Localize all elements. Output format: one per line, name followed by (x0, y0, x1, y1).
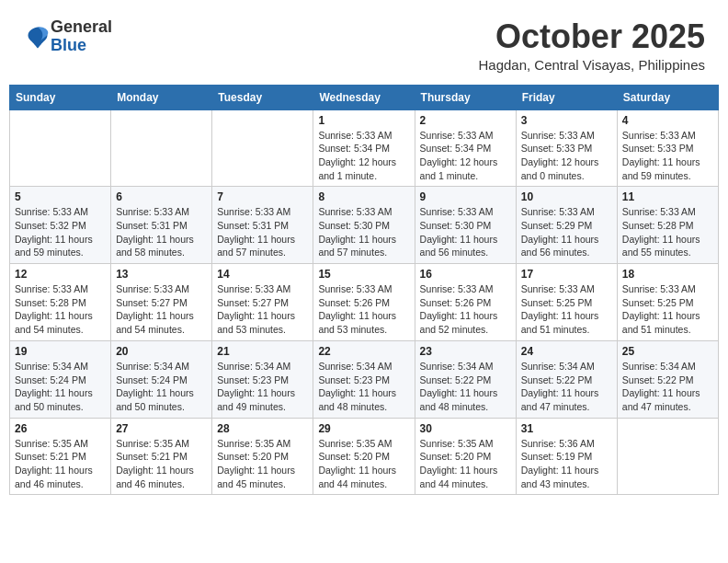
calendar-cell: 23Sunrise: 5:34 AMSunset: 5:22 PMDayligh… (415, 340, 516, 418)
day-number: 28 (217, 422, 308, 435)
month-title: October 2025 (478, 18, 705, 55)
day-info: Sunrise: 5:35 AMSunset: 5:21 PMDaylight:… (15, 437, 106, 491)
day-info: Sunrise: 5:35 AMSunset: 5:20 PMDaylight:… (318, 437, 409, 491)
calendar-cell: 12Sunrise: 5:33 AMSunset: 5:28 PMDayligh… (10, 264, 111, 341)
day-number: 16 (420, 268, 511, 281)
calendar-cell: 19Sunrise: 5:34 AMSunset: 5:24 PMDayligh… (10, 340, 111, 418)
day-info: Sunrise: 5:36 AMSunset: 5:19 PMDaylight:… (521, 437, 612, 491)
calendar-cell: 17Sunrise: 5:33 AMSunset: 5:25 PMDayligh… (516, 264, 617, 341)
day-number: 27 (116, 422, 207, 435)
page-header: General Blue October 2025 Hagdan, Centra… (9, 9, 719, 77)
day-info: Sunrise: 5:33 AMSunset: 5:26 PMDaylight:… (420, 282, 511, 337)
calendar-cell (10, 109, 111, 187)
day-number: 30 (420, 422, 511, 435)
logo-general: General (51, 17, 112, 36)
calendar-cell: 28Sunrise: 5:35 AMSunset: 5:20 PMDayligh… (212, 418, 313, 495)
day-info: Sunrise: 5:33 AMSunset: 5:33 PMDaylight:… (521, 129, 612, 183)
logo: General Blue (23, 18, 112, 55)
day-info: Sunrise: 5:33 AMSunset: 5:31 PMDaylight:… (217, 205, 308, 259)
calendar-cell: 13Sunrise: 5:33 AMSunset: 5:27 PMDayligh… (111, 264, 212, 341)
day-number: 31 (521, 422, 612, 435)
calendar-cell: 26Sunrise: 5:35 AMSunset: 5:21 PMDayligh… (10, 418, 111, 495)
calendar-cell: 8Sunrise: 5:33 AMSunset: 5:30 PMDaylight… (313, 187, 415, 264)
calendar-cell: 3Sunrise: 5:33 AMSunset: 5:33 PMDaylight… (516, 109, 617, 187)
weekday-header-wednesday: Wednesday (313, 85, 415, 109)
day-info: Sunrise: 5:34 AMSunset: 5:24 PMDaylight:… (116, 360, 207, 414)
day-number: 25 (622, 345, 713, 358)
weekday-header-saturday: Saturday (617, 85, 718, 109)
day-number: 20 (116, 345, 207, 358)
calendar-cell (212, 109, 313, 187)
calendar-cell (617, 418, 718, 495)
day-number: 2 (420, 114, 511, 127)
day-number: 19 (15, 345, 106, 358)
day-info: Sunrise: 5:33 AMSunset: 5:27 PMDaylight:… (217, 282, 308, 337)
calendar-cell: 14Sunrise: 5:33 AMSunset: 5:27 PMDayligh… (212, 264, 313, 341)
day-info: Sunrise: 5:34 AMSunset: 5:24 PMDaylight:… (15, 360, 106, 414)
day-number: 10 (521, 190, 612, 203)
day-info: Sunrise: 5:33 AMSunset: 5:25 PMDaylight:… (622, 282, 713, 337)
weekday-header-monday: Monday (111, 85, 212, 109)
day-number: 5 (15, 190, 106, 203)
day-number: 6 (116, 190, 207, 203)
calendar-week-row: 1Sunrise: 5:33 AMSunset: 5:34 PMDaylight… (10, 109, 719, 187)
calendar-cell: 29Sunrise: 5:35 AMSunset: 5:20 PMDayligh… (313, 418, 415, 495)
day-number: 9 (420, 190, 511, 203)
day-info: Sunrise: 5:33 AMSunset: 5:27 PMDaylight:… (116, 282, 207, 337)
weekday-header-tuesday: Tuesday (212, 85, 313, 109)
weekday-header-friday: Friday (516, 85, 617, 109)
day-number: 3 (521, 114, 612, 127)
day-info: Sunrise: 5:33 AMSunset: 5:32 PMDaylight:… (15, 205, 106, 259)
calendar-week-row: 19Sunrise: 5:34 AMSunset: 5:24 PMDayligh… (10, 340, 719, 418)
day-number: 22 (318, 345, 409, 358)
logo-bird-icon (25, 24, 51, 50)
day-info: Sunrise: 5:35 AMSunset: 5:20 PMDaylight:… (217, 437, 308, 491)
calendar-table: SundayMondayTuesdayWednesdayThursdayFrid… (9, 85, 719, 496)
calendar-cell: 25Sunrise: 5:34 AMSunset: 5:22 PMDayligh… (617, 340, 718, 418)
calendar-cell: 5Sunrise: 5:33 AMSunset: 5:32 PMDaylight… (10, 187, 111, 264)
location-title: Hagdan, Central Visayas, Philippines (478, 57, 705, 73)
day-info: Sunrise: 5:35 AMSunset: 5:21 PMDaylight:… (116, 437, 207, 491)
day-number: 29 (318, 422, 409, 435)
day-number: 21 (217, 345, 308, 358)
calendar-cell: 1Sunrise: 5:33 AMSunset: 5:34 PMDaylight… (313, 109, 415, 187)
calendar-cell: 4Sunrise: 5:33 AMSunset: 5:33 PMDaylight… (617, 109, 718, 187)
day-number: 4 (622, 114, 713, 127)
calendar-cell: 7Sunrise: 5:33 AMSunset: 5:31 PMDaylight… (212, 187, 313, 264)
calendar-cell: 31Sunrise: 5:36 AMSunset: 5:19 PMDayligh… (516, 418, 617, 495)
day-number: 13 (116, 268, 207, 281)
day-number: 26 (15, 422, 106, 435)
day-number: 23 (420, 345, 511, 358)
calendar-cell: 27Sunrise: 5:35 AMSunset: 5:21 PMDayligh… (111, 418, 212, 495)
weekday-header-thursday: Thursday (415, 85, 516, 109)
calendar-cell: 20Sunrise: 5:34 AMSunset: 5:24 PMDayligh… (111, 340, 212, 418)
calendar-cell: 21Sunrise: 5:34 AMSunset: 5:23 PMDayligh… (212, 340, 313, 418)
day-info: Sunrise: 5:33 AMSunset: 5:31 PMDaylight:… (116, 205, 207, 259)
calendar-cell: 2Sunrise: 5:33 AMSunset: 5:34 PMDaylight… (415, 109, 516, 187)
day-number: 8 (318, 190, 409, 203)
day-info: Sunrise: 5:34 AMSunset: 5:23 PMDaylight:… (217, 360, 308, 414)
day-number: 1 (318, 114, 409, 127)
weekday-header-sunday: Sunday (10, 85, 111, 109)
calendar-cell: 22Sunrise: 5:34 AMSunset: 5:23 PMDayligh… (313, 340, 415, 418)
day-info: Sunrise: 5:33 AMSunset: 5:30 PMDaylight:… (420, 205, 511, 259)
day-info: Sunrise: 5:34 AMSunset: 5:22 PMDaylight:… (622, 360, 713, 414)
day-info: Sunrise: 5:33 AMSunset: 5:30 PMDaylight:… (318, 205, 409, 259)
day-number: 12 (15, 268, 106, 281)
day-info: Sunrise: 5:33 AMSunset: 5:25 PMDaylight:… (521, 282, 612, 337)
day-number: 7 (217, 190, 308, 203)
day-info: Sunrise: 5:33 AMSunset: 5:34 PMDaylight:… (318, 129, 409, 183)
calendar-cell: 15Sunrise: 5:33 AMSunset: 5:26 PMDayligh… (313, 264, 415, 341)
day-info: Sunrise: 5:33 AMSunset: 5:29 PMDaylight:… (521, 205, 612, 259)
day-info: Sunrise: 5:33 AMSunset: 5:34 PMDaylight:… (420, 129, 511, 183)
calendar-cell (111, 109, 212, 187)
day-info: Sunrise: 5:33 AMSunset: 5:28 PMDaylight:… (622, 205, 713, 259)
day-info: Sunrise: 5:34 AMSunset: 5:23 PMDaylight:… (318, 360, 409, 414)
title-block: October 2025 Hagdan, Central Visayas, Ph… (478, 18, 705, 73)
day-info: Sunrise: 5:33 AMSunset: 5:28 PMDaylight:… (15, 282, 106, 337)
calendar-cell: 10Sunrise: 5:33 AMSunset: 5:29 PMDayligh… (516, 187, 617, 264)
calendar-cell: 9Sunrise: 5:33 AMSunset: 5:30 PMDaylight… (415, 187, 516, 264)
calendar-week-row: 5Sunrise: 5:33 AMSunset: 5:32 PMDaylight… (10, 187, 719, 264)
day-number: 14 (217, 268, 308, 281)
weekday-header-row: SundayMondayTuesdayWednesdayThursdayFrid… (10, 85, 719, 109)
